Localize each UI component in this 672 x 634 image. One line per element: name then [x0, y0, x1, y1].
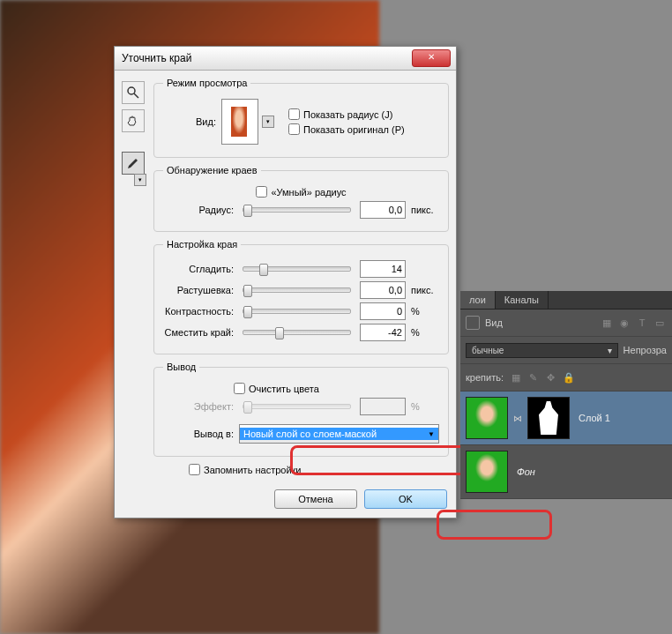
cancel-button[interactable]: Отмена — [274, 489, 357, 509]
panel-icon[interactable]: ◉ — [617, 316, 631, 330]
layer-row[interactable]: Фон — [460, 445, 672, 499]
blend-mode-select[interactable]: бычные▾ — [466, 343, 618, 358]
radius-unit: пикс. — [411, 205, 439, 215]
lock-move-icon[interactable]: ✥ — [544, 370, 558, 384]
smooth-label: Сгладить: — [163, 264, 234, 274]
panel-icon[interactable]: ▭ — [653, 316, 667, 330]
lock-pixels-icon[interactable]: ▦ — [509, 370, 523, 384]
show-radius-label: Показать радиус (J) — [303, 109, 392, 120]
smart-radius-label: «Умный» радиус — [271, 187, 346, 198]
lock-label: крепить: — [466, 372, 504, 383]
feather-input[interactable] — [360, 281, 406, 299]
radius-label: Радиус: — [163, 205, 234, 215]
amount-slider — [243, 404, 351, 409]
radius-input[interactable] — [360, 201, 406, 219]
layer-thumbnail[interactable] — [466, 451, 508, 493]
tool-column: ▾ — [122, 78, 150, 479]
refine-brush-tool[interactable] — [122, 152, 145, 175]
tab-layers[interactable]: лои — [460, 291, 496, 309]
ok-button[interactable]: OK — [364, 489, 447, 509]
contrast-input[interactable] — [360, 302, 406, 320]
layer-name[interactable]: Фон — [513, 466, 667, 477]
layer-thumbnail[interactable] — [466, 397, 508, 439]
link-icon[interactable]: ⋈ — [513, 398, 522, 438]
output-legend: Вывод — [163, 362, 199, 372]
zoom-tool[interactable] — [122, 81, 145, 104]
radius-slider[interactable] — [243, 207, 351, 213]
output-to-label: Вывод в: — [163, 429, 234, 439]
shift-label: Сместить край: — [163, 327, 234, 338]
remember-checkbox[interactable] — [189, 464, 200, 475]
view-label: Вид: — [163, 116, 216, 127]
edge-detect-legend: Обнаружение краев — [163, 165, 261, 175]
show-original-checkbox[interactable] — [288, 123, 300, 135]
edge-detect-group: Обнаружение краев «Умный» радиус Радиус:… — [153, 165, 449, 232]
hand-tool[interactable] — [122, 109, 145, 132]
panels: лои Каналы Вид ▦ ◉ T ▭ бычные▾ Непрозра … — [460, 291, 672, 499]
tab-channels[interactable]: Каналы — [496, 291, 549, 309]
amount-label: Эффект: — [163, 401, 234, 412]
lock-all-icon[interactable]: 🔒 — [562, 370, 576, 384]
smooth-input[interactable] — [360, 260, 406, 278]
shift-input[interactable] — [360, 324, 406, 341]
layer-name[interactable]: Слой 1 — [575, 413, 667, 423]
svg-line-1 — [134, 93, 138, 98]
show-radius-checkbox[interactable] — [288, 108, 300, 120]
decontaminate-label: Очистить цвета — [249, 384, 319, 394]
panel-icon[interactable]: T — [635, 316, 649, 330]
view-thumbnail[interactable] — [221, 99, 258, 145]
refine-edge-dialog: Уточнить край ✕ ▾ Режим просмотра Вид: ▾… — [114, 46, 457, 518]
tool-dropdown[interactable]: ▾ — [134, 174, 146, 186]
smooth-slider[interactable] — [243, 266, 351, 272]
titlebar[interactable]: Уточнить край ✕ — [115, 47, 456, 71]
view-mode-group: Режим просмотра Вид: ▾ Показать радиус (… — [153, 78, 449, 158]
view-dropdown[interactable]: ▾ — [262, 116, 274, 128]
layer-mask-thumbnail[interactable] — [527, 397, 570, 439]
feather-slider[interactable] — [243, 287, 351, 293]
view-mode-legend: Режим просмотра — [163, 78, 250, 88]
adjust-legend: Настройка края — [163, 239, 241, 250]
dialog-title: Уточнить край — [118, 52, 191, 64]
filter-icon[interactable] — [466, 316, 480, 330]
output-to-select[interactable]: Новый слой со слоем-маской — [239, 424, 439, 444]
contrast-label: Контрастность: — [163, 306, 234, 317]
decontaminate-checkbox[interactable] — [234, 383, 245, 394]
contrast-unit: % — [411, 306, 439, 317]
smart-radius-checkbox[interactable] — [256, 186, 267, 198]
shift-unit: % — [411, 327, 439, 338]
lock-paint-icon[interactable]: ✎ — [526, 370, 541, 384]
svg-point-0 — [128, 87, 135, 94]
view-label: Вид — [485, 317, 503, 328]
show-original-label: Показать оригинал (P) — [303, 124, 405, 135]
opacity-label: Непрозра — [623, 345, 667, 355]
amount-input — [360, 398, 406, 415]
feather-label: Растушевка: — [163, 285, 234, 295]
remember-label: Запомнить настройки — [204, 465, 302, 475]
shift-slider[interactable] — [243, 330, 351, 335]
layer-row[interactable]: ⋈ Слой 1 — [460, 392, 672, 445]
output-group: Вывод Очистить цвета Эффект: % Вывод в: … — [153, 362, 449, 457]
contrast-slider[interactable] — [243, 309, 351, 314]
close-button[interactable]: ✕ — [412, 49, 451, 67]
output-to-value: Новый слой со слоем-маской — [240, 428, 438, 440]
feather-unit: пикс. — [411, 285, 439, 295]
panel-icon[interactable]: ▦ — [600, 316, 614, 330]
adjust-edge-group: Настройка края Сгладить: Растушевка: пик… — [153, 239, 449, 354]
amount-unit: % — [411, 401, 439, 412]
